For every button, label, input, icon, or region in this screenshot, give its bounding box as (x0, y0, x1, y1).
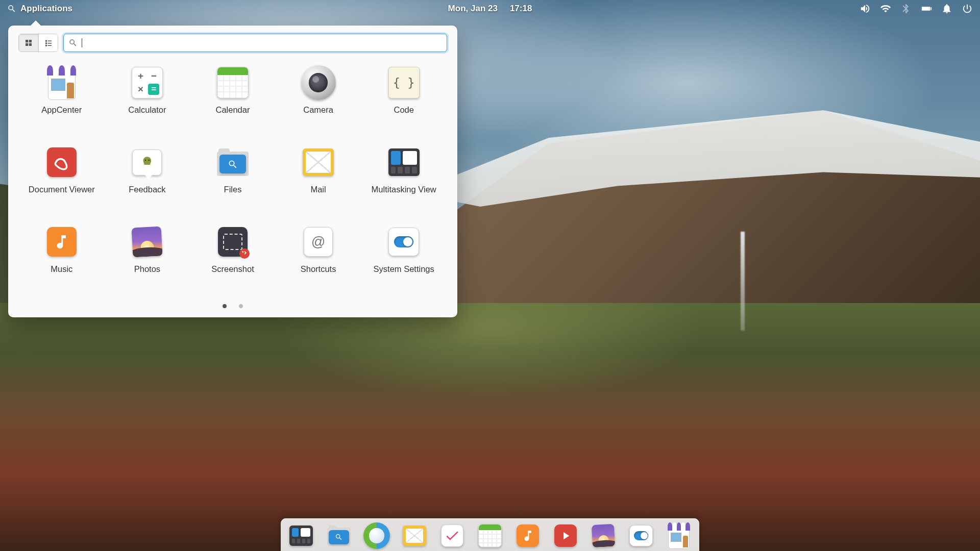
battery-charging-icon (921, 3, 932, 14)
grid-icon (24, 38, 33, 47)
view-mode-toggle (18, 34, 58, 52)
bell-icon (941, 3, 952, 14)
dock-tasks[interactable] (439, 522, 465, 549)
app-label: Code (394, 105, 413, 115)
sound-indicator[interactable] (860, 3, 871, 14)
appcenter-icon (44, 65, 79, 100)
app-music[interactable]: Music (20, 220, 103, 297)
list-icon (44, 38, 53, 47)
document-viewer-icon (44, 145, 79, 180)
app-camera[interactable]: Camera (277, 61, 360, 138)
app-label: Screenshot (211, 264, 254, 274)
files-icon (215, 145, 250, 180)
app-grid: AppCenter + − × = Calculator Calendar Ca… (8, 58, 457, 297)
calculator-icon: + − × = (130, 65, 164, 100)
mail-icon (301, 145, 336, 180)
app-appcenter[interactable]: AppCenter (20, 61, 103, 138)
app-label: AppCenter (41, 105, 82, 115)
category-view-button[interactable] (38, 34, 58, 52)
app-label: Document Viewer (29, 185, 95, 194)
search-input[interactable] (63, 34, 447, 52)
network-indicator[interactable] (880, 3, 891, 14)
app-label: System Settings (374, 264, 434, 274)
dock-web[interactable] (363, 522, 390, 549)
app-multitasking-view[interactable]: Multitasking View (362, 141, 445, 217)
system-settings-icon (386, 224, 421, 259)
text-cursor (82, 38, 82, 47)
search-icon (68, 38, 78, 47)
dock-music[interactable] (514, 522, 541, 549)
app-label: Multitasking View (372, 185, 436, 194)
app-calculator[interactable]: + − × = Calculator (106, 61, 189, 138)
applications-menu-label: Applications (20, 4, 72, 14)
music-icon (44, 224, 79, 259)
dock-photos[interactable] (590, 522, 617, 549)
dock-calendar[interactable] (477, 522, 503, 549)
session-indicator[interactable] (962, 3, 973, 14)
dock-system-settings[interactable] (628, 522, 654, 549)
svg-point-1 (148, 159, 150, 161)
search-icon (7, 4, 16, 13)
photos-icon (130, 224, 164, 259)
app-label: Calendar (216, 105, 250, 115)
screenshot-icon (215, 224, 250, 259)
app-label: Photos (134, 264, 160, 274)
app-shortcuts[interactable]: @ Shortcuts (277, 220, 360, 297)
multitasking-view-icon (386, 145, 421, 180)
applications-launcher: AppCenter + − × = Calculator Calendar Ca… (8, 26, 457, 317)
app-document-viewer[interactable]: Document Viewer (20, 141, 103, 217)
battery-indicator[interactable] (921, 3, 932, 14)
dock (281, 518, 699, 551)
wifi-icon (880, 3, 891, 14)
applications-menu-button[interactable]: Applications (7, 4, 72, 14)
app-screenshot[interactable]: Screenshot (191, 220, 274, 297)
page-dot-2[interactable] (239, 304, 243, 308)
app-label: Feedback (129, 185, 165, 194)
code-icon: { } (386, 65, 421, 100)
calendar-icon (215, 65, 250, 100)
power-icon (962, 3, 973, 14)
app-label: Music (51, 264, 72, 274)
app-system-settings[interactable]: System Settings (362, 220, 445, 297)
panel-time[interactable]: 17:18 (510, 4, 532, 14)
page-indicator (8, 297, 457, 317)
launcher-toolbar (8, 26, 457, 58)
app-label: Calculator (128, 105, 166, 115)
dock-mail[interactable] (401, 522, 428, 549)
app-feedback[interactable]: Feedback (106, 141, 189, 217)
dock-videos[interactable] (552, 522, 579, 549)
camera-icon (301, 65, 336, 100)
shortcuts-icon: @ (301, 224, 336, 259)
volume-icon (860, 3, 871, 14)
app-calendar[interactable]: Calendar (191, 61, 274, 138)
notifications-indicator[interactable] (941, 3, 952, 14)
svg-point-0 (145, 159, 146, 161)
app-photos[interactable]: Photos (106, 220, 189, 297)
app-label: Files (224, 185, 242, 194)
app-mail[interactable]: Mail (277, 141, 360, 217)
bluetooth-indicator[interactable] (900, 3, 912, 14)
app-label: Mail (310, 185, 326, 194)
app-code[interactable]: { } Code (362, 61, 445, 138)
panel-date[interactable]: Mon, Jan 23 (448, 4, 498, 14)
bluetooth-icon (900, 3, 912, 14)
launcher-search (63, 34, 447, 52)
app-label: Camera (303, 105, 333, 115)
grid-view-button[interactable] (19, 34, 38, 52)
feedback-icon (130, 145, 164, 180)
dock-appcenter[interactable] (666, 522, 692, 549)
app-label: Shortcuts (301, 264, 336, 274)
top-panel: Applications Mon, Jan 23 17:18 (0, 0, 980, 17)
page-dot-1[interactable] (223, 304, 227, 308)
app-files[interactable]: Files (191, 141, 274, 217)
dock-multitasking-view[interactable] (288, 522, 314, 549)
dock-files[interactable] (326, 522, 352, 549)
